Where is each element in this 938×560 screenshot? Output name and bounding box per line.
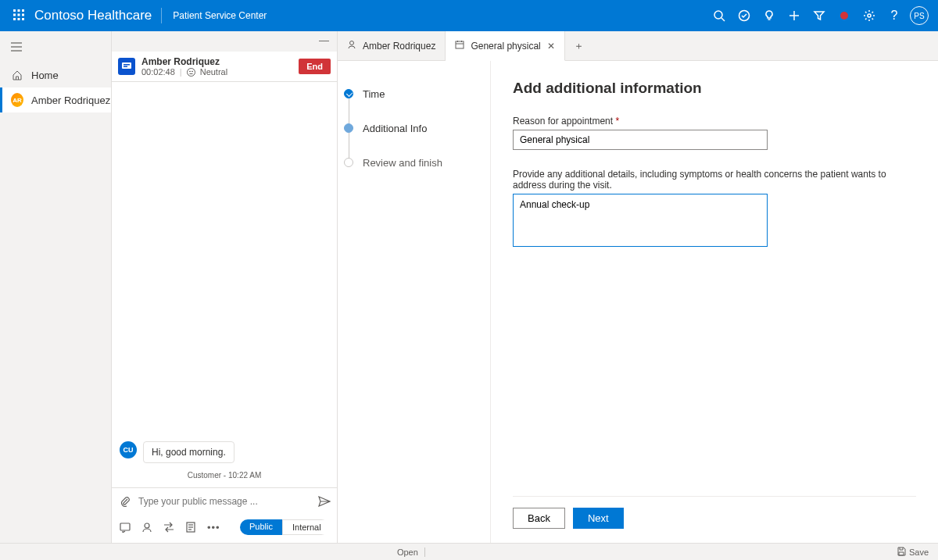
svg-point-23 xyxy=(189,71,190,72)
chat-toolbar: ••• Public Internal xyxy=(112,515,337,543)
svg-rect-5 xyxy=(22,13,24,16)
plus-icon[interactable] xyxy=(782,0,807,31)
person-icon xyxy=(347,40,356,52)
step-additional[interactable]: Additional Info xyxy=(344,111,478,145)
svg-point-31 xyxy=(350,41,354,45)
nav-patient-label: Amber Rodriquez xyxy=(31,95,110,106)
user-avatar[interactable]: PS xyxy=(907,0,932,31)
record-icon[interactable] xyxy=(832,0,857,31)
toggle-public[interactable]: Public xyxy=(240,519,282,535)
notes-icon[interactable] xyxy=(185,522,196,533)
home-icon xyxy=(11,69,23,81)
chat-collapse-bar: — xyxy=(112,31,337,52)
msg-bubble: Hi, good morning. xyxy=(143,441,234,463)
app-subtitle: Patient Service Center xyxy=(162,10,267,21)
back-button[interactable]: Back xyxy=(513,508,565,529)
nav-patient[interactable]: AR Amber Rodriquez xyxy=(0,87,111,112)
chat-meta: 00:02:48 | Neutral xyxy=(141,67,227,77)
chat-channel-icon xyxy=(118,58,135,75)
end-chat-button[interactable]: End xyxy=(299,59,331,74)
search-icon[interactable] xyxy=(707,0,732,31)
svg-rect-4 xyxy=(18,13,20,16)
details-textarea[interactable] xyxy=(513,194,768,247)
chat-input[interactable] xyxy=(138,496,310,507)
svg-point-14 xyxy=(868,14,871,17)
footer-save[interactable]: Save xyxy=(897,547,929,558)
more-icon[interactable]: ••• xyxy=(207,522,218,533)
svg-point-24 xyxy=(192,71,192,72)
minimize-icon[interactable]: — xyxy=(319,34,329,46)
chat-timer: 00:02:48 xyxy=(141,67,175,77)
svg-point-9 xyxy=(714,11,722,19)
close-icon[interactable]: ✕ xyxy=(547,41,555,52)
step-dot-done-icon xyxy=(344,89,353,98)
chat-panel: — Amber Rodriquez 00:02:48 | Neutral End… xyxy=(112,31,338,543)
chat-header: Amber Rodriquez 00:02:48 | Neutral End xyxy=(112,52,337,82)
step-time-label: Time xyxy=(363,88,385,100)
svg-rect-19 xyxy=(124,64,130,66)
hamburger-icon[interactable] xyxy=(0,31,111,62)
svg-line-10 xyxy=(721,18,725,21)
brand-title: Contoso Healthcare xyxy=(31,8,162,23)
step-dot-current-icon xyxy=(344,123,353,133)
step-review[interactable]: Review and finish xyxy=(344,145,478,180)
chat-input-area: ••• Public Internal xyxy=(112,487,337,543)
svg-rect-25 xyxy=(120,523,130,530)
lightbulb-icon[interactable] xyxy=(757,0,782,31)
svg-rect-32 xyxy=(456,41,464,48)
svg-point-21 xyxy=(187,68,195,76)
visibility-toggle: Public Internal xyxy=(240,519,329,535)
step-additional-label: Additional Info xyxy=(363,123,427,134)
form-area: Add additional information Reason for ap… xyxy=(490,61,938,543)
save-icon xyxy=(897,547,906,558)
reason-input[interactable] xyxy=(513,130,768,150)
status-bar: Open Save xyxy=(0,543,938,560)
svg-rect-8 xyxy=(22,18,24,20)
left-nav: Home AR Amber Rodriquez xyxy=(0,31,112,543)
calendar-icon xyxy=(455,40,464,52)
step-dot-future-icon xyxy=(344,158,353,167)
toggle-internal[interactable]: Internal xyxy=(282,519,329,535)
nav-home-label: Home xyxy=(31,70,59,81)
waffle-icon[interactable] xyxy=(6,9,31,23)
nav-home[interactable]: Home xyxy=(0,62,111,87)
tab-patient[interactable]: Amber Rodriquez xyxy=(338,31,446,60)
msg-footer: Customer - 10:22 AM xyxy=(120,471,329,480)
patient-avatar-icon: AR xyxy=(11,94,23,106)
form-title: Add additional information xyxy=(513,80,916,97)
tab-patient-label: Amber Rodriquez xyxy=(363,41,435,52)
sentiment-icon xyxy=(187,68,195,77)
details-label: Provide any additional details, includin… xyxy=(513,169,916,191)
add-tab-button[interactable]: ＋ xyxy=(565,31,593,60)
help-icon[interactable]: ? xyxy=(882,0,907,31)
filter-icon[interactable] xyxy=(807,0,832,31)
form-buttons: Back Next xyxy=(513,496,916,543)
chat-customer-name: Amber Rodriquez xyxy=(141,56,227,67)
stepper: Time Additional Info Review and finish xyxy=(338,61,490,543)
tab-general-physical[interactable]: General physical ✕ xyxy=(446,31,564,61)
quick-reply-icon[interactable] xyxy=(120,522,131,533)
step-review-label: Review and finish xyxy=(363,157,442,169)
send-icon[interactable] xyxy=(318,496,329,507)
tab-bar: Amber Rodriquez General physical ✕ ＋ xyxy=(338,31,938,61)
transfer-icon[interactable] xyxy=(163,522,174,533)
settings-icon[interactable] xyxy=(857,0,882,31)
app-header: Contoso Healthcare Patient Service Cente… xyxy=(0,0,938,31)
chat-messages: CU Hi, good morning. Customer - 10:22 AM xyxy=(112,82,337,487)
svg-rect-6 xyxy=(13,18,16,20)
reason-label: Reason for appointment * xyxy=(513,116,916,127)
task-check-icon[interactable] xyxy=(732,0,757,31)
next-button[interactable]: Next xyxy=(573,508,624,529)
svg-rect-2 xyxy=(22,9,24,12)
svg-rect-1 xyxy=(18,9,20,12)
step-time[interactable]: Time xyxy=(344,77,478,111)
tab-general-label: General physical xyxy=(471,41,540,52)
svg-rect-7 xyxy=(18,18,20,20)
msg-avatar: CU xyxy=(120,441,137,458)
consult-icon[interactable] xyxy=(141,522,152,533)
chat-message: CU Hi, good morning. xyxy=(120,441,329,463)
footer-open[interactable]: Open xyxy=(397,548,418,557)
main-area: Amber Rodriquez General physical ✕ ＋ Tim… xyxy=(338,31,938,543)
attachment-icon[interactable] xyxy=(120,496,131,507)
svg-rect-20 xyxy=(124,66,127,68)
